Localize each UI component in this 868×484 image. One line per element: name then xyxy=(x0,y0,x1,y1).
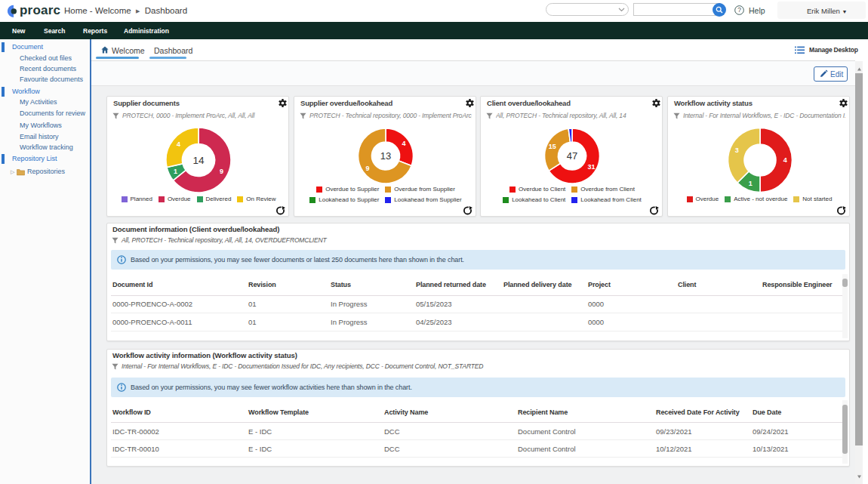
svg-text:4: 4 xyxy=(783,156,787,164)
svg-text:1: 1 xyxy=(749,180,753,187)
svg-text:?: ? xyxy=(737,6,741,14)
svg-text:3: 3 xyxy=(735,146,739,154)
svg-text:4: 4 xyxy=(177,140,180,148)
